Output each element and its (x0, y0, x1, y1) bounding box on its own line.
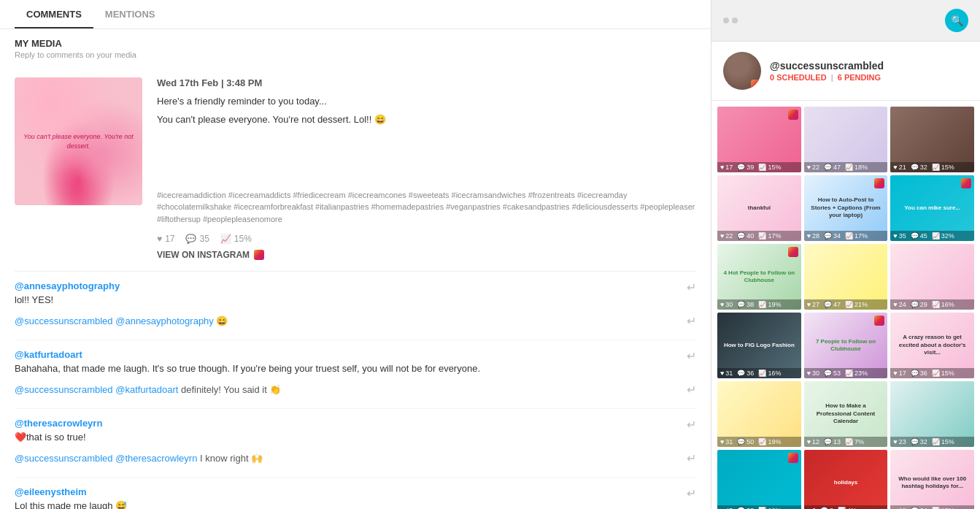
comment-user[interactable]: @annesayphotography (15, 280, 120, 291)
reply-content: definitely! You said it 👏 (181, 384, 281, 395)
grid-stats: ♥21 💬32 📈15% (890, 162, 974, 172)
ig-badge (788, 453, 798, 463)
grid-row: ♥17 💬39 📈15% ♥22 💬47 📈18% ♥21 💬32 📈15% (717, 107, 974, 172)
grid-reach: 📈7% (845, 438, 864, 445)
reply-icon-comment[interactable]: ↵ (687, 280, 696, 294)
grid-stats: ♥30 💬38 📈19% (717, 299, 801, 310)
reply-icon-comment[interactable]: ↵ (687, 486, 696, 500)
post-stats: ♥ 17 💬 35 📈 15% (157, 234, 696, 244)
comment-user[interactable]: @theresacrowleyrn (15, 418, 102, 429)
grid-item[interactable]: ♥43 💬32 📈18% (717, 450, 801, 509)
grid-comments: 💬40 (737, 232, 754, 240)
reply-mention[interactable]: @successunscrambled (15, 453, 113, 464)
grid-reach: 📈19% (758, 438, 781, 445)
grid-comments: 💬29 (911, 301, 927, 308)
grid-reach: 📈15% (932, 438, 954, 445)
grid-stats: ♥6 💬8 📈4% (804, 505, 888, 509)
reply-icon[interactable]: ↵ (687, 314, 696, 328)
dot-1 (723, 18, 729, 23)
comment-thread: @theresacrowleyrn ❤️that is so true! ↵ @… (15, 409, 696, 478)
grid-item[interactable]: You can mike sure... ♥35 💬45 📈32% (890, 175, 974, 241)
reply-icon-comment[interactable]: ↵ (687, 349, 696, 363)
reply-text: @successunscrambled @katfurtadoart defin… (15, 384, 281, 395)
reply-to-mention[interactable]: @theresacrowleyrn (115, 453, 197, 464)
reply-icon[interactable]: ↵ (687, 451, 696, 465)
grid-comments: 💬13 (824, 438, 841, 445)
reply-mention[interactable]: @successunscrambled (15, 315, 113, 326)
grid-stats: ♥17 💬39 📈15% (717, 162, 801, 172)
grid-row: ♥31 💬50 📈19% How to Make a Professional … (717, 381, 974, 447)
grid-item[interactable]: ♥17 💬39 📈15% (717, 107, 801, 172)
chart-icon: 📈 (220, 234, 231, 244)
reach-stat: 📈 15% (220, 234, 252, 244)
grid-item[interactable]: thankful ♥22 💬40 📈17% (717, 175, 801, 241)
search-button[interactable]: 🔍 (945, 9, 968, 32)
grid-item[interactable]: How to Make a Professional Content Calen… (804, 381, 888, 447)
right-header: 🔍 (711, 0, 980, 42)
reply-mention[interactable]: @successunscrambled (15, 384, 113, 395)
grid-reach: 📈16% (932, 301, 954, 308)
grid-reach: 📈32% (932, 232, 954, 240)
grid-stats: ♥35 💬45 📈32% (890, 231, 974, 241)
grid-item[interactable]: 4 Hot People to Follow on Clubhouse ♥30 … (717, 244, 801, 310)
grid-reach: 📈15% (758, 164, 781, 171)
grid-item[interactable]: Who would like over 100 hashtag holidays… (890, 450, 974, 509)
grid-stats: ♥31 💬36 📈16% (717, 368, 801, 378)
grid-reach: 📈23% (845, 370, 868, 377)
post-hashtags: #icecreamaddiction #icecreamaddicts #fri… (157, 189, 696, 226)
ig-badge (874, 315, 884, 326)
grid-stats: ♥43 💬32 📈18% (717, 505, 801, 509)
instagram-profile-icon (751, 80, 761, 90)
comments-stat: 💬 35 (185, 234, 209, 244)
content-area[interactable]: You can't please everyone. You're not de… (0, 66, 711, 509)
grid-reach: 📈17% (845, 232, 868, 240)
comment-thread: @katfurtadoart Bahahaha, that made me la… (15, 340, 696, 409)
grid-row: 4 Hot People to Follow on Clubhouse ♥30 … (717, 244, 974, 310)
grid-likes: ♥30 (807, 370, 819, 377)
media-grid[interactable]: ♥17 💬39 📈15% ♥22 💬47 📈18% ♥21 💬32 📈15% t… (711, 101, 980, 509)
grid-item[interactable]: ♥22 💬47 📈18% (804, 107, 888, 172)
grid-comments: 💬36 (911, 370, 927, 377)
grid-likes: ♥35 (893, 232, 906, 240)
dot-2 (732, 18, 738, 23)
grid-comments: 💬45 (911, 232, 927, 240)
post-image: You can't please everyone. You're not de… (15, 77, 142, 205)
grid-item[interactable]: ♥21 💬32 📈15% (890, 107, 974, 172)
grid-item[interactable]: How to Auto-Post to Stories + Captions (… (804, 175, 888, 241)
grid-item[interactable]: 7 People to Follow on Clubhouse ♥30 💬53 … (804, 313, 888, 378)
grid-comments: 💬32 (911, 164, 927, 171)
grid-text: holidays (804, 450, 888, 509)
reply-to-mention[interactable]: @annesayphotography (115, 315, 214, 326)
comment-user[interactable]: @katfurtadoart (15, 349, 480, 360)
post-card: You can't please everyone. You're not de… (15, 66, 696, 272)
grid-likes: ♥28 (807, 232, 819, 240)
reply-icon[interactable]: ↵ (687, 383, 696, 397)
grid-likes: ♥17 (893, 370, 906, 377)
grid-likes: ♥21 (893, 164, 906, 171)
ig-badge (961, 178, 971, 188)
reply-row: @successunscrambled @annesayphotography … (15, 311, 696, 331)
grid-item[interactable]: ♥27 💬47 📈21% (804, 244, 888, 310)
grid-stats: ♥23 💬32 📈15% (890, 437, 974, 447)
grid-item[interactable]: ♥23 💬32 📈15% (890, 381, 974, 447)
grid-item[interactable]: ♥31 💬50 📈19% (717, 381, 801, 447)
grid-row: How to FIG Logo Fashion ♥31 💬36 📈16% 7 P… (717, 313, 974, 378)
reply-to-mention[interactable]: @katfurtadoart (115, 384, 178, 395)
tab-mentions[interactable]: MENTIONS (93, 0, 167, 28)
grid-item[interactable]: A crazy reason to get excited about a do… (890, 313, 974, 378)
grid-likes: ♥12 (807, 438, 819, 445)
grid-item[interactable]: ♥24 💬29 📈16% (890, 244, 974, 310)
reply-icon-comment[interactable]: ↵ (687, 418, 696, 432)
comment-icon: 💬 (185, 234, 196, 244)
view-on-instagram-link[interactable]: VIEW ON INSTAGRAM (157, 250, 696, 260)
post-date: Wed 17th Feb | 3:48 PM (157, 77, 696, 88)
right-panel: 🔍 @successunscrambled 0 SCHEDULED | 6 PE… (711, 0, 980, 509)
reply-row: @successunscrambled @theresacrowleyrn I … (15, 448, 696, 468)
comment-user[interactable]: @eileenystheim (15, 486, 127, 497)
comment-text: Bahahaha, that made me laugh. It's so tr… (15, 363, 480, 374)
grid-item[interactable]: How to FIG Logo Fashion ♥31 💬36 📈16% (717, 313, 801, 378)
grid-item[interactable]: holidays ♥6 💬8 📈4% (804, 450, 888, 509)
tab-comments[interactable]: COMMENTS (15, 0, 93, 28)
grid-reach: 📈21% (845, 301, 868, 308)
grid-likes: ♥30 (720, 301, 733, 308)
